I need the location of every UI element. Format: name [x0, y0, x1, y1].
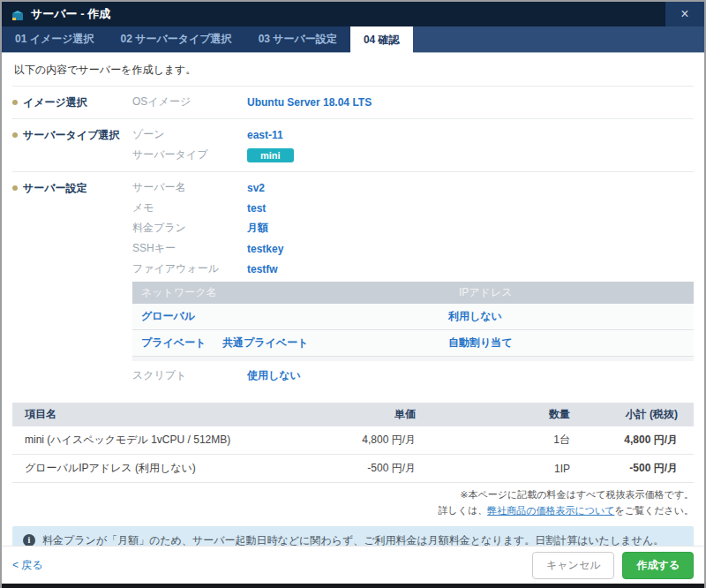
col-subtotal-header: 小計 (税抜) [577, 403, 694, 426]
firewall-value: testfw [247, 263, 278, 275]
row-server-type: サーバータイプ mini [132, 147, 694, 162]
price-item: グローバルIPアドレス (利用しない) [12, 455, 282, 483]
col-unit-header: 単価 [282, 403, 423, 426]
bullet-icon [12, 100, 18, 105]
network-row-private: プライベート 共通プライベート 自動割り当て [132, 330, 694, 357]
section-image-select: イメージ選択 OSイメージ Ubuntu Server 18.04 LTS [12, 87, 694, 118]
kv-label: OSイメージ [132, 94, 247, 109]
row-os-image: OSイメージ Ubuntu Server 18.04 LTS [132, 94, 694, 109]
section-title: サーバータイプ選択 [23, 129, 119, 141]
notice-monthly-plan-text: 料金プランが「月額」のため、サーバー起動日時などに関わらず、ご利用料金は月額料金… [42, 532, 664, 546]
row-script: スクリプト 使用しない [132, 368, 694, 383]
ip-address-header: IPアドレス [459, 285, 685, 300]
network-subname [222, 309, 448, 324]
info-icon: i [23, 534, 35, 546]
kv-label: スクリプト [132, 368, 247, 383]
server-create-dialog: サーバー - 作成 × 01 イメージ選択 02 サーバータイプ選択 03 サー… [0, 0, 706, 588]
price-table-header: 項目名 単価 数量 小計 (税抜) [12, 403, 694, 426]
kv-label: 料金プラン [132, 221, 247, 236]
dialog-title: サーバー - 作成 [31, 6, 110, 22]
network-subname: 共通プライベート [222, 335, 448, 351]
section-title: サーバー設定 [23, 182, 87, 194]
wizard-tabbar: 01 イメージ選択 02 サーバータイプ選択 03 サーバー設定 04 確認 [2, 26, 704, 53]
row-ssh-key: SSHキー testkey [132, 241, 694, 256]
notice-monthly-plan: i 料金プランが「月額」のため、サーバー起動日時などに関わらず、ご利用料金は月額… [12, 526, 694, 546]
tab-02-server-type[interactable]: 02 サーバータイプ選択 [108, 26, 245, 52]
tab-03-server-settings[interactable]: 03 サーバー設定 [245, 26, 350, 52]
tax-note-line1: ※本ページに記載の料金はすべて税抜表示価格です。 [460, 489, 694, 500]
create-button[interactable]: 作成する [622, 552, 694, 579]
os-image-value: Ubuntu Server 18.04 LTS [247, 96, 372, 109]
section-server-settings: サーバー設定 サーバー名 sv2 メモ test 料金プラン 月額 SSHキー … [12, 172, 694, 392]
server-type-badge: mini [247, 148, 294, 162]
bullet-icon [12, 185, 18, 191]
dialog-bottom-edge [2, 584, 704, 588]
row-price-plan: 料金プラン 月額 [132, 221, 694, 236]
zone-value: east-11 [247, 129, 283, 141]
kv-label: ゾーン [132, 127, 247, 142]
dialog-titlebar: サーバー - 作成 × [2, 2, 704, 26]
memo-value: test [247, 202, 266, 215]
price-unit: -500 円/月 [282, 455, 423, 483]
tax-note-line2-suffix: をご覧ください。 [614, 505, 694, 516]
price-row-mini: mini (ハイスペックモデル 1vCPU / 512MB) 4,800 円/月… [12, 426, 694, 455]
network-name: グローバル [141, 309, 222, 324]
section-server-type: サーバータイプ選択 ゾーン east-11 サーバータイプ mini [12, 119, 694, 171]
price-item: mini (ハイスペックモデル 1vCPU / 512MB) [12, 426, 282, 455]
col-qty-header: 数量 [423, 403, 577, 426]
network-table: ネットワーク名 IPアドレス グローバル 利用しない プライベート 共通プライベ… [132, 282, 694, 361]
network-row-global: グローバル 利用しない [132, 304, 694, 330]
kv-label: SSHキー [132, 241, 247, 256]
row-firewall: ファイアウォール testfw [132, 261, 694, 276]
kv-label: メモ [132, 200, 247, 215]
kv-label: ファイアウォール [132, 261, 247, 276]
server-icon [11, 9, 25, 20]
price-table: 項目名 単価 数量 小計 (税抜) mini (ハイスペックモデル 1vCPU … [12, 403, 694, 483]
tab-01-image-select[interactable]: 01 イメージ選択 [2, 26, 108, 52]
confirm-page: 以下の内容でサーバーを作成します。 イメージ選択 OSイメージ Ubuntu S… [2, 53, 704, 546]
dialog-footer: < 戻る キャンセル 作成する [2, 546, 704, 584]
kv-label: サーバー名 [132, 180, 247, 195]
price-subtotal: 4,800 円/月 [577, 426, 694, 455]
price-qty: 1IP [423, 455, 577, 483]
price-subtotal: -500 円/月 [577, 455, 694, 483]
network-name-header: ネットワーク名 [141, 285, 459, 300]
back-link-label: 戻る [21, 559, 42, 571]
price-qty: 1台 [423, 426, 577, 455]
bullet-icon [12, 132, 18, 138]
close-button[interactable]: × [665, 2, 704, 26]
server-name-value: sv2 [247, 182, 265, 194]
kv-label: サーバータイプ [132, 147, 247, 162]
row-memo: メモ test [132, 200, 694, 215]
cancel-button[interactable]: キャンセル [532, 552, 614, 579]
network-table-header: ネットワーク名 IPアドレス [132, 282, 694, 304]
script-value: 使用しない [247, 368, 301, 383]
row-server-name: サーバー名 sv2 [132, 180, 694, 195]
price-unit: 4,800 円/月 [282, 426, 423, 455]
section-title: イメージ選択 [23, 96, 87, 109]
chevron-left-icon: < [12, 559, 19, 571]
pricing-policy-link[interactable]: 弊社商品の価格表示について [487, 505, 614, 516]
ssh-key-value: testkey [247, 243, 283, 255]
close-icon: × [680, 7, 688, 21]
network-name: プライベート [141, 335, 222, 351]
tax-note: ※本ページに記載の料金はすべて税抜表示価格です。 詳しくは、弊社商品の価格表示に… [12, 487, 694, 518]
price-row-global-ip: グローバルIPアドレス (利用しない) -500 円/月 1IP -500 円/… [12, 455, 694, 483]
tax-note-line2-prefix: 詳しくは、 [438, 505, 487, 516]
back-link[interactable]: < 戻る [12, 558, 43, 573]
price-plan-value: 月額 [247, 221, 268, 236]
intro-text: 以下の内容でサーバーを作成します。 [14, 63, 692, 78]
row-zone: ゾーン east-11 [132, 127, 694, 142]
tab-04-confirm[interactable]: 04 確認 [350, 26, 413, 53]
col-item-header: 項目名 [12, 403, 282, 426]
network-ip: 自動割り当て [448, 335, 685, 351]
network-ip: 利用しない [448, 309, 685, 324]
